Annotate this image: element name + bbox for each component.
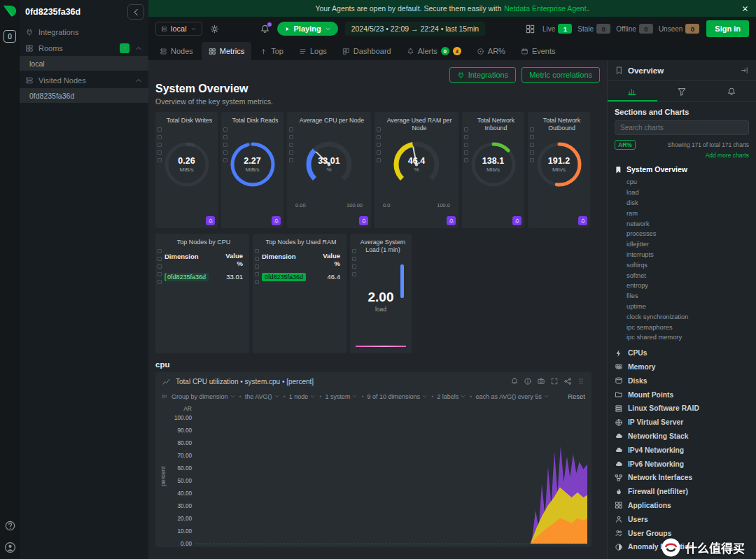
sidebar-item-integrations[interactable]: Integrations (20, 24, 148, 40)
toolbar-9-of-10-dimensions[interactable]: 9 of 10 dimensions (368, 393, 428, 400)
menu-section-linux-software-raid[interactable]: Linux Software RAID (608, 402, 756, 416)
gauge-card-total-network-outbound[interactable]: Total Network Outbound 191.2 Mib/s (528, 112, 590, 228)
chart-fullscreen-icon[interactable] (550, 377, 559, 385)
toolbar-group-by-dimension[interactable]: Group by dimension (172, 393, 236, 400)
date-range-picker[interactable]: 2024/5/23 • 22:09 → 22:24 • last 15min (345, 22, 485, 36)
subitem-entropy[interactable]: entropy (608, 281, 756, 291)
status-offline-count[interactable]: 0 (639, 24, 653, 34)
dimension-chip[interactable]: 0fd8235fa36d (164, 273, 209, 281)
chart-share-icon[interactable] (564, 377, 572, 385)
tab-events[interactable]: Events (514, 42, 563, 60)
settings-gear-icon[interactable] (209, 24, 220, 34)
subitem-uptime[interactable]: uptime (608, 302, 756, 312)
chart-mini-toolbar[interactable] (255, 249, 259, 284)
reset-button[interactable]: Reset (568, 392, 585, 400)
dimension-chip[interactable]: 0fd8235fa36d (262, 273, 306, 281)
status-stale-count[interactable]: 0 (596, 24, 610, 34)
menu-section-cpus[interactable]: CPUs (608, 346, 756, 360)
menu-section-firewall-netfilter[interactable]: Firewall (netfilter) (608, 485, 756, 499)
apps-grid-icon[interactable] (525, 24, 536, 34)
table-card-top-nodes-by-used-ram[interactable]: Top Nodes by Used RAM Dimension Value% 0… (253, 234, 346, 353)
chart-info-icon[interactable] (524, 377, 532, 385)
subitem-ipc-shared-memory[interactable]: ipc shared memory (608, 332, 756, 343)
menu-section-networking-stack[interactable]: Networking Stack (608, 430, 756, 444)
toolbar-1-node[interactable]: 1 node (289, 393, 316, 400)
panel-tab-filters[interactable] (657, 81, 707, 101)
subitem-softnet[interactable]: softnet (608, 270, 756, 281)
chart-plot-area[interactable] (195, 416, 587, 544)
panel-tab-alerts[interactable] (706, 81, 756, 101)
sidebar-visited-node[interactable]: 0fd8235fa36d (20, 88, 148, 103)
menu-section-ipv6-networking[interactable]: IPv6 Networking (608, 457, 756, 471)
anomaly-rate-badge[interactable] (447, 216, 456, 225)
banner-link[interactable]: Netdata Enterprise Agent (504, 4, 586, 13)
add-room-button[interactable] (120, 43, 130, 53)
menu-section-ipv4-networking[interactable]: IPv4 Networking (608, 443, 756, 457)
node-selector[interactable]: local (155, 22, 202, 36)
anomaly-rate-badge[interactable] (578, 216, 587, 225)
subitem-disk[interactable]: disk (608, 198, 756, 208)
toolbar-the-avg[interactable]: the AVG() (245, 393, 280, 400)
notifications-bell-icon[interactable] (260, 24, 270, 34)
tab-ar[interactable]: AR% (470, 42, 512, 60)
chart-alerts-icon[interactable] (510, 377, 519, 385)
gauge-card-total-disk-writes[interactable]: Total Disk Writes 0.26 MiB/s (155, 112, 218, 228)
subitem-processes[interactable]: processes (608, 229, 756, 239)
search-charts-input[interactable] (615, 120, 749, 135)
ar-percent-badge[interactable]: AR% (615, 140, 636, 150)
anomaly-rate-badge[interactable] (206, 216, 215, 225)
subitem-clock-synchronization[interactable]: clock synchronization (608, 311, 756, 322)
sidebar-room-local[interactable]: local (20, 56, 148, 71)
sidebar-collapse-button[interactable] (127, 4, 144, 20)
help-icon[interactable] (4, 520, 16, 532)
gauge-card-average-cpu-per-node[interactable]: Average CPU per Node 33.01 % 0.00100.00 (287, 112, 371, 228)
gauge-card-total-disk-reads[interactable]: Total Disk Reads 2.27 MiB/s (221, 112, 284, 228)
menu-section-ip-virtual-server[interactable]: IP Virtual Server (608, 416, 756, 430)
menu-section-applications[interactable]: Applications (608, 499, 756, 513)
subitem-softirqs[interactable]: softirqs (608, 260, 756, 270)
subitem-network[interactable]: network (608, 218, 756, 229)
chart-mini-toolbar[interactable] (377, 127, 381, 162)
menu-section-mount-points[interactable]: Mount Points (608, 388, 756, 402)
tab-dashboard[interactable]: Dashboard (335, 42, 398, 60)
tab-nodes[interactable]: Nodes (153, 42, 200, 60)
subitem-ram[interactable]: ram (608, 208, 756, 218)
load-card[interactable]: Average System Load (1 min) 2.00 load (350, 234, 412, 353)
skip-to-end-icon[interactable] (162, 393, 168, 399)
status-live-count[interactable]: 1 (558, 24, 572, 34)
spaces-count-badge[interactable]: 0 (4, 30, 16, 43)
anomaly-rate-badge[interactable] (359, 216, 368, 225)
toolbar-2-labels[interactable]: 2 labels (437, 393, 466, 400)
tab-logs[interactable]: Logs (292, 42, 334, 60)
table-row[interactable]: 0fd8235fa36d 46.4 (262, 273, 340, 281)
subitem-idlejitter[interactable]: idlejitter (608, 239, 756, 250)
collapse-panel-icon[interactable] (740, 66, 749, 75)
tab-top[interactable]: Top (253, 42, 290, 60)
sidebar-item-rooms[interactable]: Rooms (20, 40, 148, 56)
subitem-cpu[interactable]: cpu (608, 177, 756, 187)
sidebar-item-visited-nodes[interactable]: Visited Nodes (20, 72, 148, 88)
menu-section-network-interfaces[interactable]: Network Interfaces (608, 471, 756, 485)
add-more-charts-link[interactable]: Add more charts (608, 150, 756, 159)
chart-drag-icon[interactable] (577, 377, 585, 385)
toolbar-each-as-avg-every-5s[interactable]: each as AVG() every 5s (475, 393, 549, 400)
chart-mini-toolbar[interactable] (158, 249, 162, 284)
gauge-card-average-used-ram-per-node[interactable]: Average Used RAM per Node 46.4 % 0.0100.… (374, 112, 458, 228)
chevron-up-icon[interactable] (134, 44, 143, 52)
subitem-load[interactable]: load (608, 187, 756, 198)
anomaly-rate-badge[interactable] (272, 216, 281, 225)
status-unseen-count[interactable]: 0 (685, 24, 699, 34)
chart-snapshot-icon[interactable] (537, 377, 545, 385)
menu-section-memory[interactable]: Memory (608, 360, 756, 374)
chevron-up-icon[interactable] (134, 76, 143, 85)
tab-alerts[interactable]: Alerts03 (400, 42, 468, 60)
user-avatar-icon[interactable] (4, 542, 16, 553)
gauge-card-total-network-inbound[interactable]: Total Network Inbound 138.1 Mib/s (462, 112, 524, 228)
menu-section-users[interactable]: Users (608, 512, 756, 526)
menu-section-disks[interactable]: Disks (608, 374, 756, 388)
integrations-button[interactable]: Integrations (449, 67, 516, 83)
metric-correlations-button[interactable]: Metric correlations (522, 67, 600, 83)
tab-metrics[interactable]: Metrics (202, 42, 251, 60)
panel-tab-sections[interactable] (608, 81, 657, 101)
subitem-interrupts[interactable]: interrupts (608, 250, 756, 260)
